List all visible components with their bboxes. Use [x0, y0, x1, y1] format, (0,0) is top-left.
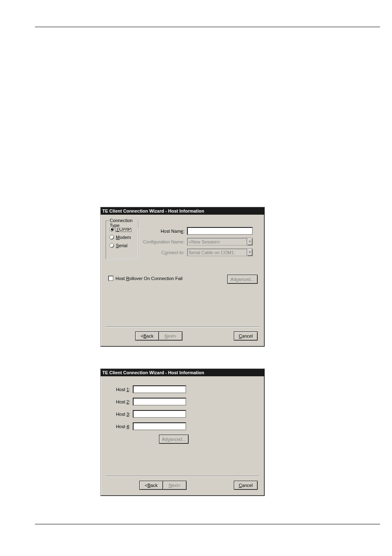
- host2-label: Host 2:: [115, 399, 133, 404]
- host1-label: Host 1:: [115, 387, 133, 392]
- radio-modem-label: Modem: [116, 235, 131, 240]
- radio-serial[interactable]: Serial: [109, 243, 135, 248]
- advanced-button: Advanced...: [159, 435, 189, 444]
- titlebar: TE Client Connection Wizard - Host Infor…: [101, 369, 264, 376]
- cancel-button[interactable]: Cancel: [234, 331, 258, 341]
- cancel-button[interactable]: Cancel: [234, 481, 258, 490]
- host1-input[interactable]: [133, 385, 186, 393]
- config-name-combo: ▼: [187, 238, 253, 246]
- dialog-body: Connection Type TCP/IP Modem Serial Host…: [101, 215, 264, 346]
- connection-type-legend: Connection Type: [108, 218, 138, 228]
- rollover-checkbox-box: [108, 276, 113, 281]
- dialog-body: Host 1: Host 2: Host 3: Host 4: Advanced…: [101, 376, 264, 496]
- host-name-label: Host Name:: [142, 229, 187, 234]
- host3-input[interactable]: [133, 410, 186, 418]
- connection-type-fieldset: Connection Type TCP/IP Modem Serial: [106, 220, 138, 259]
- next-button: Next>: [163, 481, 187, 490]
- config-name-label: Configuration Name:: [142, 239, 187, 244]
- config-name-input: [187, 238, 247, 246]
- radio-modem-indicator: [109, 235, 114, 240]
- page-bottom-rule: [35, 524, 380, 524]
- dialog-separator: [106, 327, 259, 327]
- config-name-dropdown-button: ▼: [247, 238, 253, 246]
- connect-to-input: [187, 248, 247, 256]
- advanced-button: Advanced...: [227, 275, 258, 284]
- host4-input[interactable]: [133, 422, 186, 430]
- rollover-label: Host Rollover On Connection Fail: [115, 276, 182, 281]
- host3-label: Host 3:: [115, 412, 133, 417]
- rollover-checkbox[interactable]: Host Rollover On Connection Fail: [108, 276, 182, 281]
- radio-serial-label: Serial: [116, 243, 127, 248]
- host-info-dialog-1: TE Client Connection Wizard - Host Infor…: [100, 207, 265, 347]
- connect-to-label: Connect to:: [142, 250, 187, 255]
- host-name-input[interactable]: [187, 227, 253, 235]
- connect-to-combo: ▼: [187, 248, 253, 256]
- back-button[interactable]: <Back: [139, 481, 163, 490]
- host-info-dialog-2: TE Client Connection Wizard - Host Infor…: [100, 368, 265, 496]
- radio-serial-indicator: [109, 243, 114, 248]
- back-button[interactable]: <Back: [135, 331, 159, 341]
- dialog-title: TE Client Connection Wizard - Host Infor…: [102, 208, 204, 213]
- host4-label: Host 4:: [115, 424, 133, 429]
- radio-modem[interactable]: Modem: [109, 235, 135, 240]
- dialog-title: TE Client Connection Wizard - Host Infor…: [102, 370, 204, 375]
- dialog-separator: [106, 476, 259, 477]
- next-button: Next>: [159, 331, 182, 341]
- host2-input[interactable]: [133, 398, 186, 405]
- titlebar: TE Client Connection Wizard - Host Infor…: [101, 207, 264, 215]
- page-top-rule: [35, 27, 380, 27]
- connect-to-dropdown-button: ▼: [247, 248, 253, 256]
